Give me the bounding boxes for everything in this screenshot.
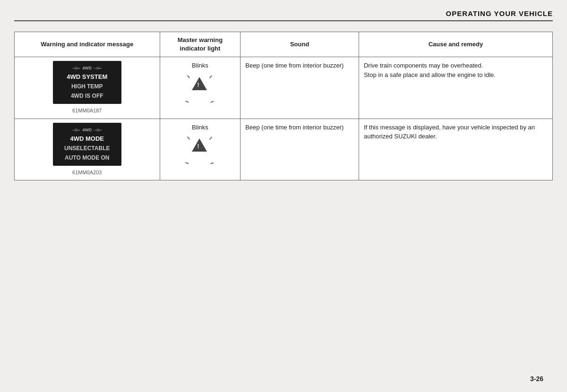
warning-cell-1: ⊣⊢ 4WD ⊣⊢ 4WD SYSTEM HIGH TEMP 4WD IS OF… xyxy=(15,57,160,119)
panel-title-2c: AUTO MODE ON xyxy=(58,153,117,162)
page-title: OPERATING YOUR VEHICLE xyxy=(446,9,553,17)
panel-icon-4wd-1: 4WD xyxy=(82,65,92,72)
panel-icon-row-2: ⊣⊢ 4WD ⊣⊢ xyxy=(58,127,117,134)
col-header-master: Master warning indicator light xyxy=(160,32,241,57)
sound-cell-2: Beep (one time from interior buzzer) xyxy=(241,119,359,180)
page-header: OPERATING YOUR VEHICLE xyxy=(14,9,553,21)
sound-text-1: Beep (one time from interior buzzer) xyxy=(245,62,344,69)
panel-title-1a: 4WD SYSTEM xyxy=(58,73,117,81)
image-ref-2: 61MM0A203 xyxy=(19,169,155,177)
warning-panel-2: ⊣⊢ 4WD ⊣⊢ 4WD MODE UNSELECTABLE AUTO MOD… xyxy=(53,123,121,166)
panel-icon-hi-1: ⊣⊢ xyxy=(94,65,102,72)
table-row: ⊣⊢ 4WD ⊣⊢ 4WD SYSTEM HIGH TEMP 4WD IS OF… xyxy=(15,57,553,119)
main-table: Warning and indicator message Master war… xyxy=(14,32,553,180)
col-header-cause: Cause and remedy xyxy=(359,32,552,57)
panel-icon-sym-1: ⊣⊢ xyxy=(72,65,80,72)
sound-text-2: Beep (one time from interior buzzer) xyxy=(245,124,344,131)
master-cell-2: Blinks ! xyxy=(160,119,241,180)
page-number: 3-26 xyxy=(530,375,543,383)
panel-title-2a: 4WD MODE xyxy=(58,135,117,143)
panel-icon-hi-2: ⊣⊢ xyxy=(94,127,102,134)
warning-symbol-2: ! xyxy=(189,135,211,156)
panel-title-1c: 4WD IS OFF xyxy=(58,92,117,100)
blink-indicator-1: Blinks ! xyxy=(165,61,236,97)
warning-cell-2: ⊣⊢ 4WD ⊣⊢ 4WD MODE UNSELECTABLE AUTO MOD… xyxy=(15,119,160,180)
cause-cell-2: If this message is displayed, have your … xyxy=(359,119,552,180)
panel-icon-row-1: ⊣⊢ 4WD ⊣⊢ xyxy=(58,65,117,72)
panel-icon-sym-2: ⊣⊢ xyxy=(72,127,80,134)
cause-text-2: If this message is displayed, have your … xyxy=(364,124,535,140)
table-header-row: Warning and indicator message Master war… xyxy=(15,32,553,57)
cause-cell-1: Drive train components may be overheated… xyxy=(359,57,552,119)
col-header-sound: Sound xyxy=(241,32,359,57)
table-row: ⊣⊢ 4WD ⊣⊢ 4WD MODE UNSELECTABLE AUTO MOD… xyxy=(15,119,553,180)
image-ref-1: 61MM0A187 xyxy=(19,107,155,115)
sound-cell-1: Beep (one time from interior buzzer) xyxy=(241,57,359,119)
blink-indicator-2: Blinks ! xyxy=(165,123,236,159)
col-header-warning: Warning and indicator message xyxy=(15,32,160,57)
blink-label-2: Blinks xyxy=(165,123,236,132)
panel-icon-4wd-2: 4WD xyxy=(82,127,92,134)
blink-label-1: Blinks xyxy=(165,61,236,70)
warning-panel-1: ⊣⊢ 4WD ⊣⊢ 4WD SYSTEM HIGH TEMP 4WD IS OF… xyxy=(53,61,121,104)
panel-title-2b: UNSELECTABLE xyxy=(58,144,117,153)
cause-text-1: Drive train components may be overheated… xyxy=(364,62,496,78)
warning-symbol-1: ! xyxy=(189,73,211,95)
master-cell-1: Blinks ! xyxy=(160,57,241,119)
panel-title-1b: HIGH TEMP xyxy=(58,82,117,91)
